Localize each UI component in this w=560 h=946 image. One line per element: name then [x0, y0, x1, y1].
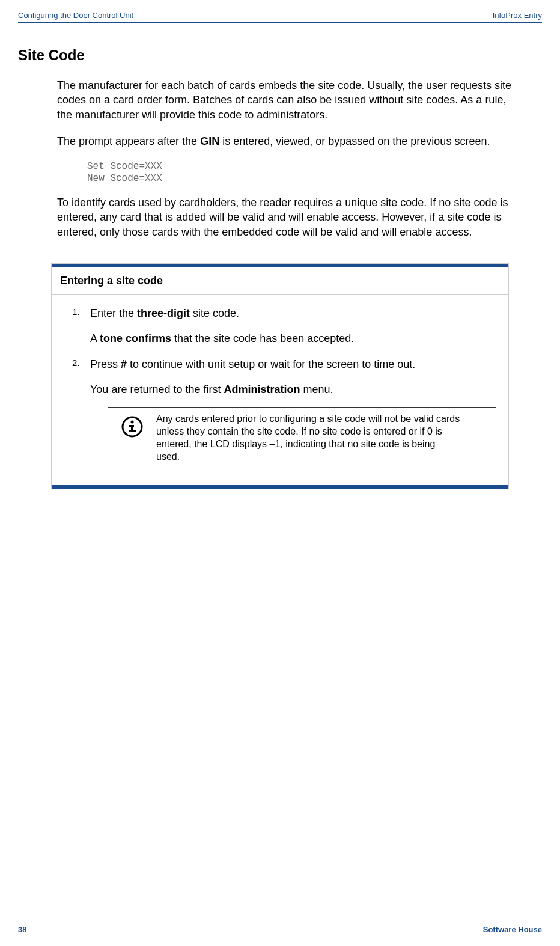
footer-page-number: 38 — [18, 925, 26, 934]
paragraph-2: The prompt appears after the GIN is ente… — [57, 134, 524, 148]
step2-sub-a: You are returned to the first — [90, 383, 224, 395]
page-container: Configuring the Door Control Unit InfoPr… — [0, 0, 560, 946]
para2-text-c: is entered, viewed, or bypassed on the p… — [219, 135, 490, 147]
para2-bold-gin: GIN — [200, 135, 219, 147]
step1-sub-c: that the site code has been accepted. — [171, 332, 354, 344]
header-right: InfoProx Entry — [493, 11, 542, 20]
step2-sub-bold: Administration — [224, 383, 300, 395]
step-2: 2. Press # to continue with unit setup o… — [72, 357, 496, 371]
step-1: 1. Enter the three-digit site code. — [72, 306, 496, 320]
step1-text-c: site code. — [190, 307, 239, 319]
body-content: The manufacturer for each batch of cards… — [57, 78, 524, 239]
step1-sub-a: A — [90, 332, 100, 344]
footer-brand: Software House — [483, 925, 542, 934]
step1-sub-bold: tone confirms — [100, 332, 171, 344]
svg-point-1 — [131, 421, 134, 424]
procedure-body: 1. Enter the three-digit site code. A to… — [52, 295, 508, 485]
procedure-bottom-bar — [52, 485, 508, 489]
step-1-sub: A tone confirms that the site code has b… — [90, 331, 496, 346]
page-footer: 38 Software House — [18, 921, 542, 934]
para2-text-a: The prompt appears after the — [57, 135, 200, 147]
info-icon — [108, 413, 156, 463]
page-header: Configuring the Door Control Unit InfoPr… — [18, 11, 542, 23]
step2-sub-c: menu. — [300, 383, 333, 395]
step-2-content: Press # to continue with unit setup or w… — [90, 357, 496, 371]
info-note-text: Any cards entered prior to configuring a… — [156, 413, 496, 463]
step2-text-a: Press — [90, 358, 121, 370]
section-title: Site Code — [18, 47, 542, 64]
step-1-content: Enter the three-digit site code. — [90, 306, 496, 320]
procedure-title: Entering a site code — [52, 267, 508, 295]
info-note: Any cards entered prior to configuring a… — [108, 407, 496, 468]
paragraph-3: To identify cards used by cardholders, t… — [57, 195, 524, 239]
svg-rect-4 — [129, 430, 136, 432]
step2-bold: # — [121, 358, 127, 370]
procedure-box: Entering a site code 1. Enter the three-… — [51, 263, 509, 489]
step1-text-a: Enter the — [90, 307, 137, 319]
step-2-number: 2. — [72, 357, 90, 371]
step1-bold: three-digit — [137, 307, 190, 319]
header-left: Configuring the Door Control Unit — [18, 11, 133, 20]
step-2-sub: You are returned to the first Administra… — [90, 382, 496, 397]
code-block: Set Scode=XXX New Scode=XXX — [87, 160, 524, 185]
paragraph-1: The manufacturer for each batch of cards… — [57, 78, 524, 122]
step-1-number: 1. — [72, 306, 90, 320]
step2-text-c: to continue with unit setup or wait for … — [127, 358, 415, 370]
